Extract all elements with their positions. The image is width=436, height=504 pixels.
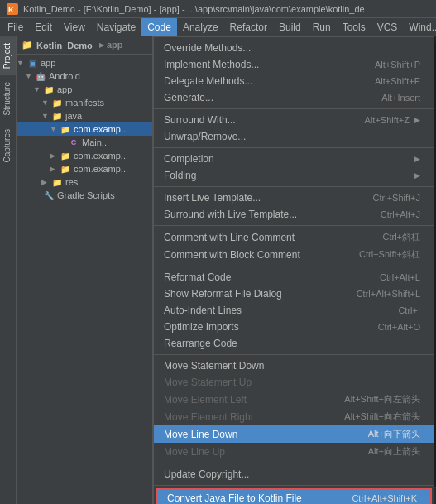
app-icon: K	[7, 3, 18, 15]
tree-item[interactable]: ▼▣app	[17, 56, 152, 70]
menu-item-label: Rearrange Code	[164, 338, 420, 349]
menu-item-convert-java-file-to-kotlin-fi[interactable]: Convert Java File to Kotlin FileCtrl+Alt…	[156, 488, 432, 504]
project-icon: 📁	[22, 40, 33, 50]
menu-item-move-statement-down[interactable]: Move Statement Down	[154, 358, 434, 374]
menu-item-shortcut: Ctrl+Shift+斜杠	[359, 248, 420, 261]
tree-item[interactable]: ▶📁res	[17, 175, 152, 189]
menu-separator	[154, 225, 434, 226]
menu-item-delegate-methods---[interactable]: Delegate Methods...Alt+Shift+E	[154, 73, 434, 89]
menu-item-label: Move Statement Down	[164, 360, 420, 372]
menu-item-update-copyright---[interactable]: Update Copyright...	[154, 466, 434, 482]
menu-item-navigate[interactable]: Navigate	[91, 18, 141, 36]
menu-item-label: Move Element Left	[164, 394, 328, 406]
menu-item-comment-with-line-comment[interactable]: Comment with Line CommentCtrl+斜杠	[154, 228, 434, 246]
menu-item-shortcut: Alt+Shift+Z	[365, 115, 410, 125]
tree-item[interactable]: ▶📁com.examp...	[17, 149, 152, 162]
menu-item-shortcut: Alt+Shift+向右箭头	[344, 410, 420, 423]
menu-item-label: Override Methods...	[164, 42, 420, 54]
project-app-label: ▸ app	[99, 40, 123, 50]
menu-item-folding[interactable]: Folding	[154, 167, 434, 184]
tree-item[interactable]: CMain...	[17, 136, 152, 149]
menu-item-move-statement-up: Move Statement Up	[154, 374, 434, 391]
menu-item-shortcut: Ctrl+Alt+L	[380, 272, 420, 282]
project-title: Kotlin_Demo	[36, 41, 93, 50]
menu-item-shortcut: Ctrl+I	[398, 305, 420, 315]
menu-item-edit[interactable]: Edit	[29, 18, 58, 36]
menu-item-override-methods---[interactable]: Override Methods...	[154, 40, 434, 56]
left-sidebar-tabs: Project Structure Captures	[0, 36, 17, 504]
tree-item[interactable]: ▶📁com.examp...	[17, 162, 152, 175]
menu-item-shortcut: Ctrl+Alt+Shift+K	[352, 493, 417, 503]
tree-item[interactable]: ▼📁app	[17, 83, 152, 96]
menu-item-rearrange-code[interactable]: Rearrange Code	[154, 335, 434, 352]
menu-item-label: Reformat Code	[164, 271, 363, 283]
menu-separator	[154, 108, 434, 109]
menu-item-wind[interactable]: Wind...	[403, 18, 436, 36]
menu-item-label: Generate...	[164, 92, 365, 103]
menu-separator	[154, 186, 434, 187]
menu-item-view[interactable]: View	[58, 18, 91, 36]
project-tree: ▼▣app▼🤖Android▼📁app▼📁manifests▼📁java▼📁co…	[17, 55, 152, 504]
menu-item-auto-indent-lines[interactable]: Auto-Indent LinesCtrl+I	[154, 302, 434, 319]
menu-item-analyze[interactable]: Analyze	[177, 18, 224, 36]
menu-item-label: Convert Java File to Kotlin File	[167, 492, 335, 504]
code-dropdown-menu: Override Methods...Implement Methods...A…	[153, 36, 434, 504]
sidebar-tab-captures[interactable]: Captures	[0, 122, 16, 170]
menu-item-label: Delegate Methods...	[164, 75, 358, 87]
menu-item-generate---[interactable]: Generate...Alt+Insert	[154, 89, 434, 106]
menu-item-shortcut: Alt+Shift+向左箭头	[344, 393, 420, 406]
menu-item-code[interactable]: Code	[141, 18, 177, 36]
menu-item-label: Move Line Up	[164, 446, 352, 458]
menu-item-label: Completion	[164, 153, 410, 165]
sidebar-tab-project[interactable]: Project	[0, 36, 16, 75]
menu-item-shortcut: Alt+Shift+E	[375, 76, 420, 86]
menu-item-label: Insert Live Template...	[164, 192, 357, 204]
sidebar-tab-structure[interactable]: Structure	[0, 75, 16, 122]
menu-item-label: Surround With...	[164, 114, 348, 126]
menu-item-comment-with-block-comment[interactable]: Comment with Block CommentCtrl+Shift+斜杠	[154, 246, 434, 263]
menu-item-label: Update Copyright...	[164, 468, 420, 480]
menu-item-shortcut: Ctrl+Shift+J	[373, 193, 420, 203]
tree-item[interactable]: ▼📁java	[17, 109, 152, 122]
menu-item-shortcut: Ctrl+Alt+J	[381, 209, 420, 219]
menu-item-label: Unwrap/Remove...	[164, 131, 420, 142]
menu-separator	[154, 485, 434, 486]
menu-item-label: Implement Methods...	[164, 59, 358, 70]
menu-item-shortcut: Alt+Insert	[381, 93, 420, 103]
tree-item[interactable]: ▼📁com.examp...	[17, 122, 152, 136]
menu-item-move-element-left: Move Element LeftAlt+Shift+向左箭头	[154, 391, 434, 408]
menu-item-shortcut: Alt+向下箭头	[368, 428, 420, 440]
menu-item-file[interactable]: File	[2, 18, 29, 36]
menu-item-optimize-imports[interactable]: Optimize ImportsCtrl+Alt+O	[154, 319, 434, 335]
menu-item-vcs[interactable]: VCS	[371, 18, 404, 36]
menu-item-label: Show Reformat File Dialog	[164, 288, 340, 300]
svg-text:K: K	[8, 6, 14, 14]
menu-item-reformat-code[interactable]: Reformat CodeCtrl+Alt+L	[154, 269, 434, 286]
menu-item-insert-live-template---[interactable]: Insert Live Template...Ctrl+Shift+J	[154, 190, 434, 206]
menu-item-shortcut: Ctrl+斜杠	[382, 231, 420, 243]
menu-item-surround-with---[interactable]: Surround With...Alt+Shift+Z	[154, 112, 434, 128]
menu-item-label: Optimize Imports	[164, 321, 362, 333]
project-panel: 📁 Kotlin_Demo ▸ app ▼▣app▼🤖Android▼📁app▼…	[17, 36, 153, 504]
menu-item-label: Move Element Right	[164, 411, 328, 423]
menu-item-shortcut: Alt+向上箭头	[368, 445, 420, 458]
menu-separator	[154, 463, 434, 463]
menu-item-build[interactable]: Build	[273, 18, 307, 36]
menu-item-refactor[interactable]: Refactor	[224, 18, 273, 36]
tree-item[interactable]: 🔧Gradle Scripts	[17, 189, 152, 202]
menu-item-tools[interactable]: Tools	[337, 18, 371, 36]
title-bar: K Kotlin_Demo - [F:\Kotlin_Demo] - [app]…	[0, 0, 436, 18]
menu-item-move-line-down[interactable]: Move Line DownAlt+向下箭头	[154, 425, 434, 443]
menu-item-label: Auto-Indent Lines	[164, 305, 381, 316]
menu-bar: FileEditViewNavigateCodeAnalyzeRefactorB…	[0, 18, 436, 36]
menu-item-implement-methods---[interactable]: Implement Methods...Alt+Shift+P	[154, 56, 434, 73]
tree-item[interactable]: ▼📁manifests	[17, 96, 152, 109]
menu-item-shortcut: Ctrl+Alt+Shift+L	[357, 289, 420, 299]
menu-item-show-reformat-file-dialog[interactable]: Show Reformat File DialogCtrl+Alt+Shift+…	[154, 286, 434, 302]
menu-separator	[154, 147, 434, 148]
menu-item-completion[interactable]: Completion	[154, 151, 434, 167]
menu-item-unwrap-remove---[interactable]: Unwrap/Remove...	[154, 128, 434, 145]
menu-item-surround-with-live-template---[interactable]: Surround with Live Template...Ctrl+Alt+J	[154, 206, 434, 223]
tree-item[interactable]: ▼🤖Android	[17, 70, 152, 83]
menu-item-run[interactable]: Run	[307, 18, 337, 36]
